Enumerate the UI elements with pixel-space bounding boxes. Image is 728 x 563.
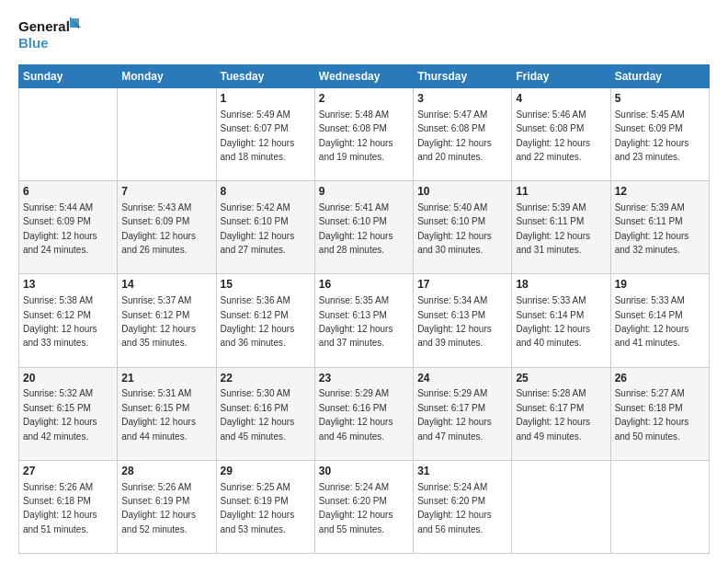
calendar-cell: 8Sunrise: 5:42 AMSunset: 6:10 PMDaylight… bbox=[216, 181, 314, 274]
day-info: Sunrise: 5:30 AMSunset: 6:16 PMDaylight:… bbox=[221, 388, 295, 441]
calendar-cell: 27Sunrise: 5:26 AMSunset: 6:18 PMDayligh… bbox=[19, 460, 118, 553]
day-info: Sunrise: 5:48 AMSunset: 6:08 PMDaylight:… bbox=[319, 109, 393, 162]
day-info: Sunrise: 5:38 AMSunset: 6:12 PMDaylight:… bbox=[23, 295, 97, 348]
day-info: Sunrise: 5:45 AMSunset: 6:09 PMDaylight:… bbox=[615, 109, 689, 162]
day-number: 23 bbox=[319, 371, 409, 386]
calendar-cell: 30Sunrise: 5:24 AMSunset: 6:20 PMDayligh… bbox=[314, 460, 413, 553]
calendar-cell: 7Sunrise: 5:43 AMSunset: 6:09 PMDaylight… bbox=[118, 181, 216, 274]
calendar-cell bbox=[118, 88, 216, 181]
calendar-cell: 11Sunrise: 5:39 AMSunset: 6:11 PMDayligh… bbox=[512, 181, 610, 274]
day-header-thursday: Thursday bbox=[414, 65, 512, 88]
calendar-cell: 10Sunrise: 5:40 AMSunset: 6:10 PMDayligh… bbox=[414, 181, 512, 274]
calendar-cell: 26Sunrise: 5:27 AMSunset: 6:18 PMDayligh… bbox=[610, 367, 709, 460]
calendar-cell: 14Sunrise: 5:37 AMSunset: 6:12 PMDayligh… bbox=[118, 274, 216, 367]
calendar-cell: 3Sunrise: 5:47 AMSunset: 6:08 PMDaylight… bbox=[414, 88, 512, 181]
day-number: 9 bbox=[319, 184, 409, 200]
calendar-cell: 2Sunrise: 5:48 AMSunset: 6:08 PMDaylight… bbox=[314, 88, 413, 181]
day-number: 7 bbox=[121, 184, 211, 200]
day-info: Sunrise: 5:28 AMSunset: 6:17 PMDaylight:… bbox=[516, 388, 590, 441]
day-info: Sunrise: 5:43 AMSunset: 6:09 PMDaylight:… bbox=[121, 202, 196, 255]
calendar-cell: 5Sunrise: 5:45 AMSunset: 6:09 PMDaylight… bbox=[610, 88, 709, 181]
page-header: General Blue bbox=[18, 15, 710, 55]
day-number: 10 bbox=[417, 184, 507, 200]
day-info: Sunrise: 5:42 AMSunset: 6:10 PMDaylight:… bbox=[221, 202, 295, 255]
day-info: Sunrise: 5:46 AMSunset: 6:08 PMDaylight:… bbox=[516, 109, 590, 162]
day-info: Sunrise: 5:33 AMSunset: 6:14 PMDaylight:… bbox=[516, 295, 590, 348]
calendar-cell: 13Sunrise: 5:38 AMSunset: 6:12 PMDayligh… bbox=[19, 274, 118, 367]
day-number: 28 bbox=[121, 464, 211, 479]
day-number: 21 bbox=[121, 371, 211, 386]
day-number: 19 bbox=[615, 277, 705, 293]
day-info: Sunrise: 5:34 AMSunset: 6:13 PMDaylight:… bbox=[417, 295, 492, 348]
calendar-cell: 12Sunrise: 5:39 AMSunset: 6:11 PMDayligh… bbox=[610, 181, 709, 274]
day-number: 30 bbox=[319, 464, 409, 479]
svg-text:General: General bbox=[18, 18, 70, 34]
day-header-saturday: Saturday bbox=[610, 65, 709, 88]
day-number: 4 bbox=[516, 91, 606, 107]
calendar-cell: 31Sunrise: 5:24 AMSunset: 6:20 PMDayligh… bbox=[414, 460, 512, 553]
calendar-cell: 6Sunrise: 5:44 AMSunset: 6:09 PMDaylight… bbox=[19, 181, 118, 274]
calendar-cell bbox=[512, 460, 610, 553]
day-header-sunday: Sunday bbox=[19, 65, 118, 88]
calendar-cell: 1Sunrise: 5:49 AMSunset: 6:07 PMDaylight… bbox=[216, 88, 314, 181]
day-header-monday: Monday bbox=[118, 65, 216, 88]
calendar-cell: 15Sunrise: 5:36 AMSunset: 6:12 PMDayligh… bbox=[216, 274, 314, 367]
day-info: Sunrise: 5:33 AMSunset: 6:14 PMDaylight:… bbox=[615, 295, 689, 348]
day-number: 13 bbox=[23, 277, 113, 293]
day-number: 12 bbox=[615, 184, 705, 200]
day-number: 25 bbox=[516, 371, 606, 386]
calendar-cell: 28Sunrise: 5:26 AMSunset: 6:19 PMDayligh… bbox=[118, 460, 216, 553]
calendar-week-2: 6Sunrise: 5:44 AMSunset: 6:09 PMDaylight… bbox=[19, 181, 710, 274]
day-info: Sunrise: 5:27 AMSunset: 6:18 PMDaylight:… bbox=[615, 388, 689, 441]
day-number: 26 bbox=[615, 371, 705, 386]
calendar-cell: 24Sunrise: 5:29 AMSunset: 6:17 PMDayligh… bbox=[414, 367, 512, 460]
day-number: 22 bbox=[221, 371, 311, 386]
day-info: Sunrise: 5:32 AMSunset: 6:15 PMDaylight:… bbox=[23, 388, 97, 441]
logo-svg: General Blue bbox=[18, 15, 83, 55]
calendar-cell: 22Sunrise: 5:30 AMSunset: 6:16 PMDayligh… bbox=[216, 367, 314, 460]
calendar-week-1: 1Sunrise: 5:49 AMSunset: 6:07 PMDaylight… bbox=[19, 88, 710, 181]
day-number: 18 bbox=[516, 277, 606, 293]
day-info: Sunrise: 5:36 AMSunset: 6:12 PMDaylight:… bbox=[221, 295, 295, 348]
calendar-cell: 16Sunrise: 5:35 AMSunset: 6:13 PMDayligh… bbox=[314, 274, 413, 367]
calendar-cell: 19Sunrise: 5:33 AMSunset: 6:14 PMDayligh… bbox=[610, 274, 709, 367]
logo: General Blue bbox=[18, 15, 83, 55]
calendar-cell: 18Sunrise: 5:33 AMSunset: 6:14 PMDayligh… bbox=[512, 274, 610, 367]
day-info: Sunrise: 5:24 AMSunset: 6:20 PMDaylight:… bbox=[319, 482, 393, 534]
day-number: 20 bbox=[23, 371, 113, 386]
svg-text:Blue: Blue bbox=[18, 35, 49, 51]
day-info: Sunrise: 5:41 AMSunset: 6:10 PMDaylight:… bbox=[319, 202, 393, 255]
day-number: 24 bbox=[417, 371, 507, 386]
day-number: 2 bbox=[319, 91, 409, 107]
calendar-cell: 4Sunrise: 5:46 AMSunset: 6:08 PMDaylight… bbox=[512, 88, 610, 181]
calendar-cell: 17Sunrise: 5:34 AMSunset: 6:13 PMDayligh… bbox=[414, 274, 512, 367]
day-info: Sunrise: 5:49 AMSunset: 6:07 PMDaylight:… bbox=[221, 109, 295, 162]
calendar-cell: 9Sunrise: 5:41 AMSunset: 6:10 PMDaylight… bbox=[314, 181, 413, 274]
day-number: 6 bbox=[23, 184, 113, 200]
calendar-body: 1Sunrise: 5:49 AMSunset: 6:07 PMDaylight… bbox=[19, 88, 710, 554]
day-info: Sunrise: 5:26 AMSunset: 6:19 PMDaylight:… bbox=[121, 482, 196, 534]
day-header-friday: Friday bbox=[512, 65, 610, 88]
calendar-cell: 21Sunrise: 5:31 AMSunset: 6:15 PMDayligh… bbox=[118, 367, 216, 460]
day-number: 15 bbox=[221, 277, 311, 293]
day-number: 27 bbox=[23, 464, 113, 479]
calendar-week-3: 13Sunrise: 5:38 AMSunset: 6:12 PMDayligh… bbox=[19, 274, 710, 367]
calendar-cell: 29Sunrise: 5:25 AMSunset: 6:19 PMDayligh… bbox=[216, 460, 314, 553]
day-number: 17 bbox=[417, 277, 507, 293]
calendar-cell: 20Sunrise: 5:32 AMSunset: 6:15 PMDayligh… bbox=[19, 367, 118, 460]
day-number: 14 bbox=[121, 277, 211, 293]
day-number: 5 bbox=[615, 91, 705, 107]
day-info: Sunrise: 5:40 AMSunset: 6:10 PMDaylight:… bbox=[417, 202, 492, 255]
day-number: 31 bbox=[417, 464, 507, 479]
calendar-cell bbox=[610, 460, 709, 553]
day-info: Sunrise: 5:47 AMSunset: 6:08 PMDaylight:… bbox=[417, 109, 492, 162]
day-number: 11 bbox=[516, 184, 606, 200]
day-info: Sunrise: 5:25 AMSunset: 6:19 PMDaylight:… bbox=[221, 482, 295, 534]
day-info: Sunrise: 5:44 AMSunset: 6:09 PMDaylight:… bbox=[23, 202, 97, 255]
calendar-header: SundayMondayTuesdayWednesdayThursdayFrid… bbox=[19, 65, 710, 88]
day-number: 16 bbox=[319, 277, 409, 293]
day-info: Sunrise: 5:39 AMSunset: 6:11 PMDaylight:… bbox=[615, 202, 689, 255]
day-header-tuesday: Tuesday bbox=[216, 65, 314, 88]
day-number: 1 bbox=[221, 91, 311, 107]
calendar-cell: 25Sunrise: 5:28 AMSunset: 6:17 PMDayligh… bbox=[512, 367, 610, 460]
